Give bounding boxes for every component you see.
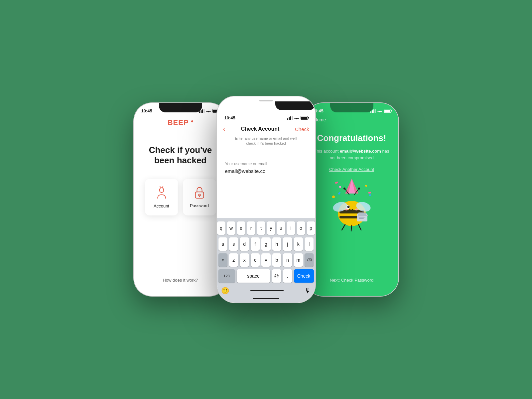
key-g[interactable]: g: [261, 237, 270, 251]
key-m[interactable]: m: [294, 253, 303, 267]
key-space[interactable]: space: [237, 269, 270, 283]
key-q[interactable]: q: [217, 221, 225, 235]
key-shift[interactable]: ⇧: [218, 253, 227, 267]
account-card[interactable]: Account: [145, 179, 178, 215]
phone-left-screen: 10:45: [134, 103, 227, 296]
phone-center: 10:45: [217, 96, 315, 303]
svg-point-4: [159, 188, 164, 193]
hero-heading: Check if you've been hacked: [144, 145, 217, 166]
key-123[interactable]: 123: [218, 269, 235, 283]
key-delete[interactable]: ⌫: [305, 253, 314, 267]
beep-logo-dot: [191, 120, 193, 122]
battery-fill-center: [301, 117, 307, 119]
svg-rect-24: [338, 192, 340, 195]
nav-subtitle-center: Enter any username or email and we'll ch…: [217, 136, 315, 152]
pill-indicator: [259, 100, 273, 101]
key-r[interactable]: r: [247, 221, 255, 235]
key-b[interactable]: b: [272, 253, 281, 267]
battery-fill-right: [384, 110, 390, 112]
key-y[interactable]: y: [267, 221, 275, 235]
key-n[interactable]: n: [283, 253, 292, 267]
email-input-center[interactable]: email@website.co: [225, 168, 307, 176]
svg-rect-14: [290, 116, 291, 120]
svg-point-27: [369, 194, 371, 196]
keyboard-row-2: a s d f g h j k l: [218, 237, 314, 251]
key-h[interactable]: h: [272, 237, 281, 251]
back-button-center[interactable]: ‹: [223, 125, 225, 133]
notch-center: [275, 101, 315, 110]
svg-rect-44: [358, 212, 366, 215]
phone-right-screen: 10:45: [305, 103, 398, 296]
key-c[interactable]: c: [251, 253, 260, 267]
key-t[interactable]: t: [257, 221, 265, 235]
key-d[interactable]: d: [240, 237, 249, 251]
key-u[interactable]: u: [277, 221, 285, 235]
key-z[interactable]: z: [229, 253, 238, 267]
svg-point-36: [355, 208, 358, 210]
home-bar: [250, 290, 284, 291]
key-check[interactable]: Check: [294, 269, 314, 283]
keyboard-bottom: 🙂 🎙: [218, 285, 314, 296]
key-x[interactable]: x: [240, 253, 249, 267]
key-f[interactable]: f: [251, 237, 260, 251]
key-dot[interactable]: .: [283, 269, 292, 283]
svg-point-34: [348, 206, 349, 207]
status-icons-center: [287, 116, 308, 120]
svg-point-28: [339, 186, 341, 188]
svg-rect-22: [335, 182, 338, 184]
battery-icon-center: [301, 116, 308, 120]
key-at[interactable]: @: [272, 269, 281, 283]
key-o[interactable]: o: [297, 221, 305, 235]
svg-rect-17: [372, 110, 373, 113]
app-header: BEEP: [134, 116, 227, 132]
next-check-link[interactable]: Next: Check Password: [305, 278, 398, 296]
svg-rect-19: [375, 109, 376, 113]
signal-icon-center: [287, 116, 293, 120]
svg-rect-46: [359, 217, 365, 217]
nav-bar-right: ‹ Home: [305, 116, 398, 125]
svg-rect-16: [370, 111, 371, 113]
svg-line-5: [160, 187, 161, 188]
svg-rect-15: [292, 116, 293, 120]
battery-icon-right: [384, 109, 391, 113]
check-action-center[interactable]: Check: [295, 126, 309, 132]
home-label: Home: [314, 117, 326, 122]
key-l[interactable]: l: [305, 237, 314, 251]
beep-logo: BEEP: [168, 118, 194, 127]
scroll-area-left: [134, 219, 227, 278]
svg-rect-0: [199, 111, 200, 113]
key-j[interactable]: j: [283, 237, 292, 251]
check-another-link[interactable]: Check Another Account: [313, 167, 390, 172]
bee-svg: [322, 175, 382, 235]
password-card[interactable]: Password: [183, 179, 216, 215]
key-p[interactable]: p: [307, 221, 315, 235]
congrats-email: email@website.com: [340, 149, 381, 154]
svg-rect-1: [200, 110, 201, 113]
password-label: Password: [190, 203, 209, 208]
time-center: 10:45: [224, 115, 235, 120]
key-k[interactable]: k: [294, 237, 303, 251]
key-w[interactable]: w: [227, 221, 235, 235]
time-left: 10:45: [141, 108, 152, 113]
keyboard-row-1: q w e r t y u i o p: [218, 221, 314, 235]
key-a[interactable]: a: [218, 237, 227, 251]
notch-right: [330, 103, 373, 112]
key-e[interactable]: e: [237, 221, 245, 235]
person-icon: [156, 186, 168, 200]
menu-cards: Account Password: [134, 176, 227, 219]
key-s[interactable]: s: [229, 237, 238, 251]
emoji-icon[interactable]: 🙂: [221, 287, 229, 295]
mic-icon[interactable]: 🎙: [305, 287, 311, 295]
phone-left: 10:45: [134, 103, 227, 296]
wifi-icon-left: [206, 109, 211, 113]
how-link[interactable]: How does it work?: [134, 278, 227, 296]
congrats-section: Congratulations! This account email@webs…: [305, 125, 398, 172]
svg-line-7: [162, 187, 163, 188]
key-i[interactable]: i: [287, 221, 295, 235]
key-v[interactable]: v: [261, 253, 270, 267]
svg-rect-9: [195, 192, 203, 198]
svg-point-42: [358, 188, 360, 190]
status-icons-right: [370, 109, 391, 113]
home-indicator: [253, 298, 279, 299]
home-bar-wrap: [218, 296, 314, 301]
